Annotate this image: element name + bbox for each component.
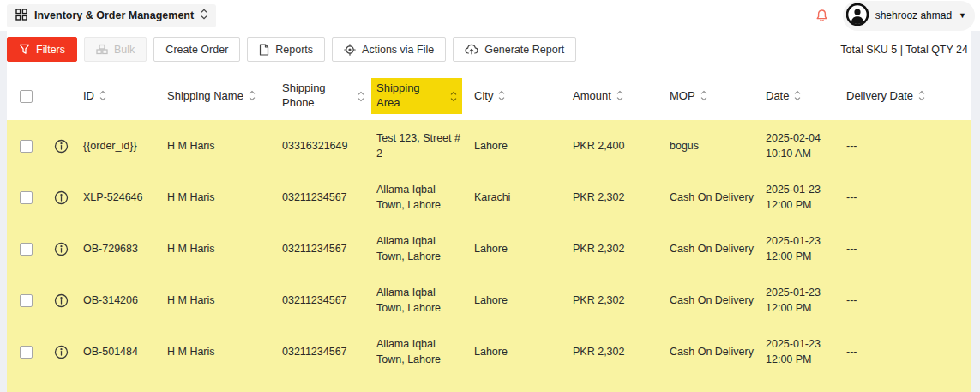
filters-button[interactable]: Filters: [7, 37, 77, 62]
sort-chevrons-icon: [918, 90, 925, 101]
column-header-shipping-area[interactable]: Shipping Area: [370, 78, 468, 114]
sort-chevrons-icon: [498, 90, 505, 101]
cell-shipping-phone: 03211234567: [276, 190, 370, 205]
user-name: shehrooz ahmad: [875, 9, 952, 21]
create-order-button[interactable]: Create Order: [153, 37, 240, 62]
column-header-shipping-phone[interactable]: Shipping Phone: [276, 81, 370, 111]
actions-via-file-button[interactable]: Actions via File: [332, 37, 446, 62]
cell-order-id: {{order_id}}: [77, 138, 161, 154]
cell-city: Lahore: [468, 241, 567, 256]
cell-mop: Cash On Delivery: [664, 344, 760, 359]
column-header-amount[interactable]: Amount: [567, 89, 664, 104]
expand-chevrons-icon: [201, 9, 207, 22]
info-circle-icon[interactable]: [54, 293, 69, 308]
table-header-row: ID Shipping Name Shipping Phone S: [7, 72, 971, 120]
reports-label: Reports: [275, 44, 313, 56]
sort-chevrons-icon: [700, 90, 707, 101]
cell-date: 2025-01-23 12:00 PM: [760, 233, 840, 264]
sort-chevrons-icon: [450, 91, 457, 102]
table-row: XLP-524646 H M Haris 03211234567 Allama …: [7, 172, 971, 223]
column-header-date[interactable]: Date: [760, 89, 840, 104]
generate-report-label: Generate Report: [484, 44, 564, 56]
cell-delivery-date: ---: [840, 138, 921, 154]
row-checkbox[interactable]: [20, 346, 33, 359]
cell-date: 2025-01-23 12:00 PM: [760, 336, 840, 367]
cell-amount: PKR 2,302: [567, 344, 664, 359]
cell-amount: PKR 2,400: [567, 138, 664, 154]
table-row: OB-314206 H M Haris 03211234567 Allama I…: [7, 274, 971, 326]
cell-city: Karachi: [468, 190, 567, 205]
sort-chevrons-icon: [358, 91, 364, 102]
cell-shipping-name: H M Haris: [161, 241, 276, 256]
table-body: {{order_id}} H M Haris 03316321649 Test …: [7, 120, 971, 392]
column-header-city[interactable]: City: [468, 89, 567, 104]
search-highlight: Shipping Area: [371, 78, 462, 114]
top-bar: Inventory & Order Management shehrooz ah…: [0, 0, 980, 31]
cell-delivery-date: ---: [840, 344, 921, 359]
cell-shipping-area: Allama Iqbal Town, Lahore: [370, 182, 468, 213]
cell-shipping-area: Test 123, Street # 2: [370, 130, 468, 161]
cell-shipping-phone: 03211234567: [276, 292, 370, 308]
cloud-upload-icon: [465, 44, 478, 55]
generate-report-button[interactable]: Generate Report: [453, 37, 576, 62]
cell-order-id: XLP-524646: [77, 190, 161, 205]
row-checkbox[interactable]: [20, 294, 33, 307]
cell-mop: Cash On Delivery: [664, 292, 760, 308]
column-header-mop[interactable]: MOP: [664, 89, 760, 104]
cell-order-id: OB-729683: [77, 241, 161, 256]
cell-shipping-name: H M Haris: [161, 344, 276, 359]
cell-amount: PKR 2,302: [567, 190, 664, 205]
cell-date: 2025-01-23 12:00 PM: [760, 182, 840, 213]
avatar-icon: [846, 3, 869, 28]
cell-shipping-name: H M Haris: [161, 138, 276, 154]
info-circle-icon[interactable]: [54, 242, 69, 256]
bulk-button[interactable]: Bulk: [84, 37, 147, 62]
cell-shipping-area: Allama Iqbal Town, Lahore: [370, 233, 468, 264]
reports-button[interactable]: Reports: [247, 37, 325, 62]
user-menu[interactable]: shehrooz ahmad ▼: [843, 1, 975, 31]
content-card: Filters Bulk Create Order Reports: [7, 31, 971, 392]
row-checkbox[interactable]: [20, 140, 33, 153]
cell-shipping-area: Allama Iqbal Town, Lahore: [370, 285, 468, 316]
cell-amount: PKR 2,302: [567, 292, 664, 308]
cell-date: 2025-02-04 10:10 AM: [760, 130, 840, 161]
cell-date: 2025-01-23 12:00 PM: [760, 285, 840, 316]
cell-city: Lahore: [468, 292, 567, 308]
cell-mop: bogus: [664, 138, 760, 154]
cell-shipping-phone: 03316321649: [276, 138, 370, 154]
column-header-id[interactable]: ID: [77, 89, 161, 104]
info-circle-icon[interactable]: [54, 139, 69, 154]
create-order-label: Create Order: [165, 44, 228, 56]
column-header-shipping-name[interactable]: Shipping Name: [161, 89, 276, 104]
top-bar-right: shehrooz ahmad ▼: [815, 1, 975, 31]
bell-icon[interactable]: [815, 9, 829, 23]
module-switcher[interactable]: Inventory & Order Management: [7, 4, 216, 27]
table-row: OB-501484 H M Haris 03211234567 Allama I…: [7, 326, 971, 377]
document-icon: [259, 44, 269, 56]
row-checkbox[interactable]: [20, 191, 33, 204]
cell-delivery-date: ---: [840, 241, 921, 256]
column-header-delivery-date[interactable]: Delivery Date: [840, 89, 921, 104]
totals-summary: Total SKU 5 | Total QTY 24: [840, 44, 971, 56]
cell-shipping-area: Allama Iqbal Town, Lahore: [370, 336, 468, 367]
stacked-boxes-icon: [96, 44, 108, 55]
cell-shipping-phone: 03211234567: [276, 344, 370, 359]
cell-city: Lahore: [468, 138, 567, 154]
cell-amount: PKR 2,302: [567, 241, 664, 256]
cell-order-id: OB-501484: [77, 344, 161, 359]
cell-order-id: OB-314206: [77, 292, 161, 308]
table-row: {{order_id}} H M Haris 03316321649 Test …: [7, 120, 971, 172]
cell-delivery-date: ---: [840, 292, 921, 308]
cell-shipping-name: H M Haris: [161, 292, 276, 308]
info-circle-icon[interactable]: [54, 190, 69, 205]
bulk-label: Bulk: [114, 44, 135, 56]
cell-mop: Cash On Delivery: [664, 190, 760, 205]
info-circle-icon[interactable]: [54, 345, 69, 359]
cell-mop: Cash On Delivery: [664, 241, 760, 256]
sort-chevrons-icon: [99, 90, 106, 101]
select-all-checkbox[interactable]: [20, 90, 33, 103]
actions-via-file-label: Actions via File: [362, 44, 434, 56]
filters-label: Filters: [36, 44, 65, 56]
row-checkbox[interactable]: [20, 243, 33, 256]
toolbar: Filters Bulk Create Order Reports: [7, 31, 971, 62]
